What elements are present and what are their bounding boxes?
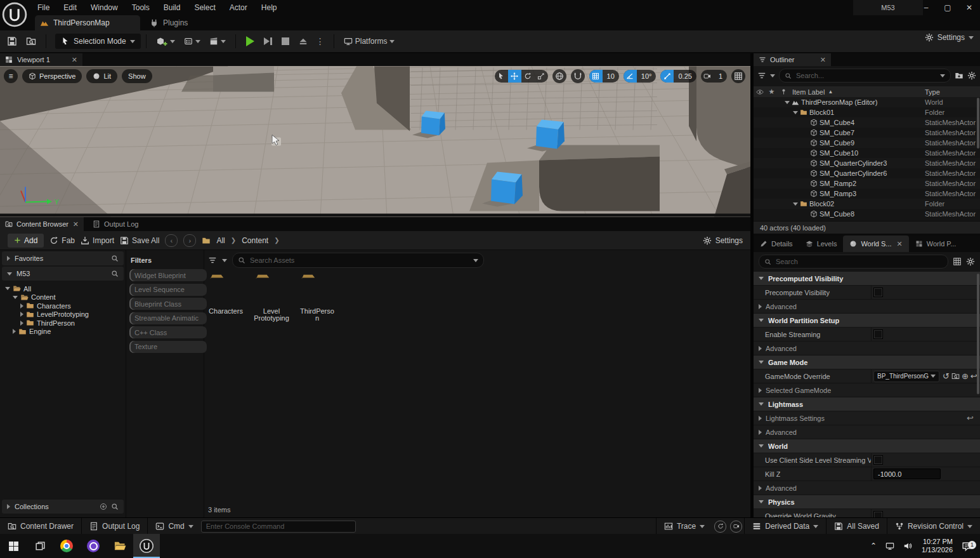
details-section-header[interactable]: Lightmass bbox=[754, 397, 980, 411]
type-column-header[interactable]: Type bbox=[925, 88, 940, 96]
filter-icon[interactable] bbox=[757, 71, 766, 80]
search-icon[interactable] bbox=[111, 270, 119, 277]
asset-folder-tile[interactable]: ThirdPerson bbox=[299, 272, 335, 322]
details-property-row[interactable]: Lightmass Settings↩ bbox=[754, 411, 980, 425]
details-section-header[interactable]: Physics bbox=[754, 495, 980, 509]
details-search[interactable] bbox=[759, 255, 948, 269]
favorite-column-header[interactable]: ★ bbox=[766, 88, 778, 96]
close-icon[interactable]: ✕ bbox=[820, 56, 826, 64]
outliner-scrollbar[interactable] bbox=[977, 98, 979, 149]
menu-item-edit[interactable]: Edit bbox=[56, 0, 84, 15]
save-current-level-button[interactable] bbox=[3, 33, 22, 50]
details-property-row[interactable]: Advanced bbox=[754, 300, 980, 314]
breadcrumb-all[interactable]: All bbox=[216, 236, 225, 245]
blueprints-dropdown[interactable] bbox=[180, 37, 205, 46]
close-button[interactable]: ✕ bbox=[958, 0, 980, 15]
play-options-button[interactable]: ⋮ bbox=[316, 36, 325, 46]
outliner-row[interactable]: SM_Cube7StaticMeshActor bbox=[754, 128, 980, 138]
stop-button[interactable] bbox=[282, 37, 289, 45]
outliner-row[interactable]: ThirdPersonMap (Editor)World bbox=[754, 97, 980, 107]
details-property-row[interactable]: Advanced bbox=[754, 342, 980, 355]
filter-icon[interactable] bbox=[208, 256, 217, 265]
chevron-down-icon[interactable] bbox=[222, 259, 227, 262]
details-scrollbar[interactable] bbox=[977, 274, 979, 394]
add-button[interactable]: Add bbox=[8, 234, 44, 248]
details-section-header[interactable]: World Partition Setup bbox=[754, 314, 980, 328]
asset-folder-tile[interactable]: Characters bbox=[208, 272, 244, 322]
all-saved-button[interactable]: All Saved bbox=[826, 518, 887, 535]
outliner-row[interactable]: SM_QuarterCylinder6StaticMeshActor bbox=[754, 168, 980, 178]
gear-icon[interactable] bbox=[967, 71, 976, 80]
project-section[interactable]: M53 bbox=[2, 267, 124, 281]
menu-item-build[interactable]: Build bbox=[157, 0, 188, 15]
import-button[interactable]: Import bbox=[81, 236, 114, 245]
details-property-row[interactable]: Precompute Visibility bbox=[754, 286, 980, 300]
menu-item-help[interactable]: Help bbox=[254, 0, 284, 15]
gamemode-override-dropdown[interactable]: BP_ThirdPersonG bbox=[873, 371, 939, 382]
outliner-row[interactable]: SM_Ramp3StaticMeshActor bbox=[754, 189, 980, 199]
tab-world-settings[interactable]: World S...✕ bbox=[843, 236, 908, 252]
select-tool-button[interactable] bbox=[495, 70, 508, 83]
cmd-dropdown[interactable]: Cmd bbox=[148, 518, 200, 535]
tree-folder-all[interactable]: All bbox=[0, 284, 126, 293]
world-local-toggle[interactable] bbox=[552, 69, 566, 83]
filter-level-sequence[interactable]: Level Sequence bbox=[129, 284, 207, 296]
scale-snap-toggle[interactable] bbox=[660, 70, 674, 83]
new-folder-icon[interactable] bbox=[955, 71, 964, 80]
camera-icon[interactable] bbox=[701, 70, 714, 83]
details-property-row[interactable]: Advanced bbox=[754, 481, 980, 495]
outliner-row[interactable]: SM_Ramp2StaticMeshActor bbox=[754, 178, 980, 189]
forward-button[interactable]: › bbox=[183, 234, 196, 247]
tree-folder-content[interactable]: Content bbox=[0, 293, 126, 302]
menu-item-select[interactable]: Select bbox=[187, 0, 222, 15]
view-mode-dropdown[interactable]: Lit bbox=[86, 69, 117, 83]
grid-snap-value[interactable]: 10 bbox=[603, 70, 619, 83]
viewport-options-menu[interactable]: ≡ bbox=[4, 69, 18, 83]
back-button[interactable]: ‹ bbox=[165, 234, 178, 247]
asset-folder-tile[interactable]: Level Prototyping bbox=[254, 272, 289, 322]
screenshot-button[interactable] bbox=[730, 521, 742, 533]
search-icon[interactable] bbox=[111, 255, 119, 262]
checkbox[interactable] bbox=[873, 288, 883, 297]
chrome-taskbar-button[interactable] bbox=[53, 534, 80, 558]
camera-speed-value[interactable]: 1 bbox=[714, 70, 727, 83]
show-flags-dropdown[interactable]: Show bbox=[122, 69, 152, 83]
details-property-row[interactable]: Use Client Side Level Streaming Vol... bbox=[754, 453, 980, 467]
tab-output-log[interactable]: Output Log bbox=[88, 217, 143, 231]
outliner-row[interactable]: SM_QuarterCylinder3StaticMeshActor bbox=[754, 158, 980, 168]
search-icon[interactable] bbox=[111, 503, 119, 510]
tree-folder-levelprototyping[interactable]: LevelPrototyping bbox=[0, 310, 126, 319]
gear-icon[interactable] bbox=[966, 257, 975, 266]
tab-details[interactable]: Details bbox=[754, 236, 799, 252]
perspective-dropdown[interactable]: Perspective bbox=[22, 69, 82, 83]
rotation-snap-toggle[interactable] bbox=[624, 70, 637, 83]
outliner-search[interactable] bbox=[779, 69, 951, 83]
action-center-button[interactable]: 1 bbox=[958, 541, 980, 552]
outliner-search-input[interactable] bbox=[795, 71, 937, 80]
filter-widget-blueprint[interactable]: Widget Blueprint bbox=[129, 269, 207, 281]
grid-snap-toggle[interactable] bbox=[589, 70, 603, 83]
chevron-down-icon[interactable] bbox=[473, 259, 478, 262]
rotation-snap-value[interactable]: 10° bbox=[637, 70, 657, 83]
frame-skip-button[interactable] bbox=[264, 37, 272, 45]
details-section-header[interactable]: Game Mode bbox=[754, 355, 980, 369]
add-actor-dropdown[interactable] bbox=[152, 36, 180, 46]
filter-c-class[interactable]: C++ Class bbox=[129, 326, 207, 338]
close-icon[interactable]: ✕ bbox=[73, 220, 79, 229]
details-property-row[interactable]: GameMode OverrideBP_ThirdPersonG↺⊕↩ bbox=[754, 369, 980, 383]
console-command-input[interactable] bbox=[201, 521, 356, 533]
close-icon[interactable]: ✕ bbox=[897, 240, 903, 248]
outliner-row[interactable]: SM_Cube4StaticMeshActor bbox=[754, 117, 980, 128]
filter-streamable-animatic[interactable]: Streamable Animatic bbox=[129, 312, 207, 324]
search-assets-input[interactable] bbox=[249, 256, 470, 265]
display-options-icon[interactable] bbox=[953, 257, 962, 266]
browse-content-button[interactable] bbox=[22, 33, 41, 50]
output-log-button[interactable]: Output Log bbox=[82, 518, 147, 535]
revision-control-dropdown[interactable]: Revision Control bbox=[887, 518, 980, 535]
outliner-row[interactable]: SM_Cube8StaticMeshActor bbox=[754, 209, 980, 219]
insights-button[interactable] bbox=[714, 521, 726, 533]
tab-levels[interactable]: Levels bbox=[799, 236, 844, 252]
tree-folder-thirdperson[interactable]: ThirdPerson bbox=[0, 319, 126, 328]
favorites-section[interactable]: Favorites bbox=[2, 251, 124, 265]
task-view-button[interactable] bbox=[27, 534, 53, 558]
